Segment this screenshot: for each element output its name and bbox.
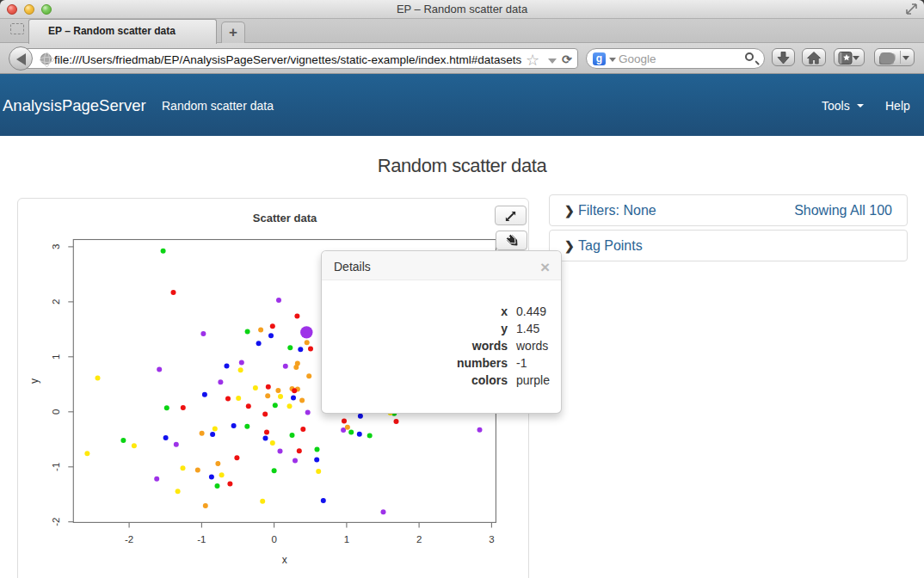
svg-text:0: 0 (51, 409, 61, 415)
svg-text:2: 2 (416, 534, 422, 544)
svg-text:x: x (282, 554, 287, 566)
svg-text:1: 1 (51, 354, 61, 360)
svg-text:0: 0 (271, 534, 276, 544)
svg-text:-1: -1 (197, 534, 206, 544)
svg-text:1: 1 (344, 534, 349, 544)
svg-text:-2: -2 (51, 518, 61, 526)
svg-text:3: 3 (51, 244, 61, 249)
svg-text:-1: -1 (51, 463, 61, 471)
svg-text:2: 2 (51, 299, 61, 304)
svg-text:y: y (28, 378, 40, 384)
svg-text:3: 3 (489, 534, 494, 544)
svg-text:-2: -2 (125, 534, 133, 544)
